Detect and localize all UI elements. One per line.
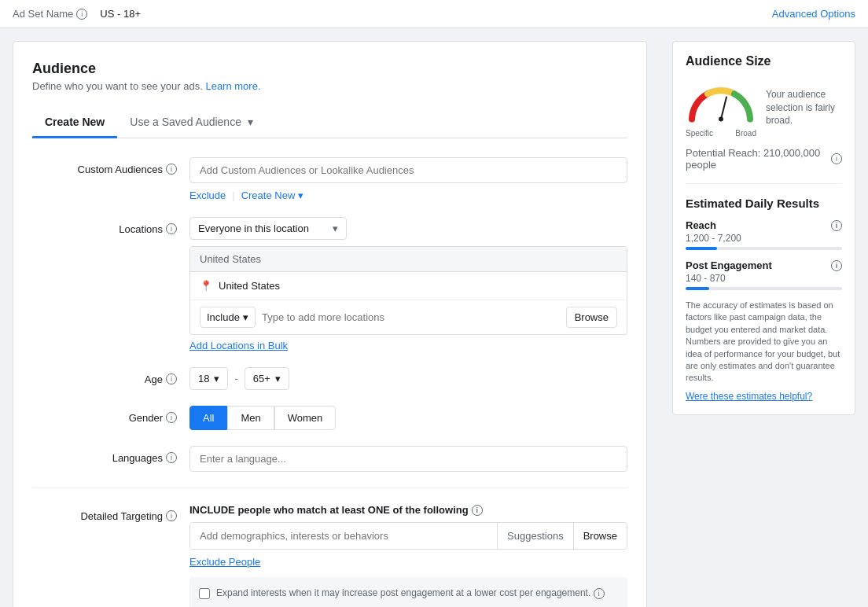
age-to-value: 65+	[253, 373, 270, 384]
detailed-targeting-control: INCLUDE people who match at least ONE of…	[189, 504, 627, 607]
estimated-results-title: Estimated Daily Results	[686, 197, 842, 210]
helpful-link[interactable]: Were these estimates helpful?	[686, 391, 812, 402]
exclude-audiences-link[interactable]: Exclude	[189, 189, 226, 201]
age-to-chevron-icon: ▾	[275, 373, 281, 384]
location-item-text: United States	[219, 280, 280, 292]
reach-progress-fill	[686, 247, 717, 250]
custom-audiences-row: Custom Audiences i Exclude | Create New …	[32, 157, 627, 201]
gender-row: Gender i All Men Women	[32, 406, 627, 430]
languages-info-icon[interactable]: i	[166, 452, 177, 463]
gauge-svg	[686, 78, 756, 125]
custom-audiences-control: Exclude | Create New ▾	[189, 157, 627, 201]
gender-info-icon[interactable]: i	[166, 412, 177, 423]
svg-point-1	[719, 117, 723, 122]
post-engagement-progress-bar	[686, 287, 842, 290]
age-info-icon[interactable]: i	[166, 373, 177, 384]
age-to-select[interactable]: 65+ ▾	[245, 367, 289, 390]
post-engagement-info-icon[interactable]: i	[831, 260, 842, 271]
create-new-audience-link[interactable]: Create New ▾	[241, 189, 303, 201]
languages-control	[189, 446, 627, 472]
tabs: Create New Use a Saved Audience ▾	[32, 108, 627, 138]
gauge-labels: Specific Broad	[686, 129, 756, 138]
gender-men-button[interactable]: Men	[227, 406, 274, 430]
potential-reach-info-icon[interactable]: i	[831, 153, 842, 164]
age-from-chevron-icon: ▾	[214, 373, 219, 384]
location-type-select[interactable]: Everyone in this location ▾	[189, 217, 347, 240]
age-label: Age i	[32, 367, 189, 385]
age-dash: -	[234, 373, 237, 384]
estimated-results: Estimated Daily Results Reach i 1,200 - …	[686, 183, 842, 402]
gauge-chart: Specific Broad	[686, 78, 756, 138]
audience-subtitle-text: Define who you want to see your ads.	[32, 80, 203, 92]
detailed-targeting-info-icon[interactable]: i	[166, 510, 177, 521]
post-engagement-label: Post Engagement	[686, 259, 772, 271]
top-bar: Ad Set Name i US - 18+ Advanced Options	[0, 0, 868, 28]
audience-size-title: Audience Size	[686, 54, 842, 68]
ad-set-name-value: US - 18+	[100, 8, 141, 20]
targeting-input[interactable]	[190, 523, 497, 549]
locations-info-icon[interactable]: i	[166, 223, 177, 234]
right-panel: Audience Size	[660, 28, 868, 607]
gender-label: Gender i	[32, 406, 189, 424]
location-type-chevron-icon: ▾	[333, 223, 338, 234]
expand-interests-checkbox[interactable]	[199, 588, 210, 599]
include-select[interactable]: Include ▾	[200, 307, 256, 328]
audience-title: Audience	[32, 61, 627, 77]
post-engagement-label-row: Post Engagement i	[686, 259, 842, 271]
custom-audiences-actions: Exclude | Create New ▾	[189, 189, 627, 201]
gender-women-button[interactable]: Women	[274, 406, 337, 430]
locations-label: Locations i	[32, 217, 189, 235]
reach-value: 1,200 - 7,200	[686, 233, 842, 244]
tab-use-saved-chevron-icon: ▾	[248, 116, 253, 128]
ad-set-name-info-icon[interactable]: i	[76, 9, 87, 20]
location-search-input[interactable]	[262, 311, 560, 323]
custom-audiences-info-icon[interactable]: i	[166, 164, 177, 175]
broad-label: Broad	[735, 129, 756, 138]
left-panel: Audience Define who you want to see your…	[0, 28, 660, 607]
browse-locations-button[interactable]: Browse	[566, 307, 617, 328]
reach-info-icon[interactable]: i	[831, 220, 842, 231]
main-content: Audience Define who you want to see your…	[0, 28, 868, 607]
tab-use-saved[interactable]: Use a Saved Audience ▾	[117, 108, 266, 138]
location-add-row: Include ▾ Browse	[190, 300, 627, 334]
tab-create-new-label: Create New	[45, 116, 105, 128]
reach-label-row: Reach i	[686, 219, 842, 231]
custom-audiences-input[interactable]	[189, 157, 627, 183]
reach-progress-bar	[686, 247, 842, 250]
svg-line-0	[721, 97, 726, 120]
languages-row: Languages i	[32, 446, 627, 472]
languages-label: Languages i	[32, 446, 189, 464]
tab-use-saved-label: Use a Saved Audience	[130, 116, 241, 128]
browse-targeting-button[interactable]: Browse	[573, 523, 627, 549]
add-locations-bulk-link[interactable]: Add Locations in Bulk	[189, 340, 288, 351]
locations-control: Everyone in this location ▾ United State…	[189, 217, 627, 351]
audience-section: Audience Define who you want to see your…	[13, 41, 647, 607]
learn-more-link[interactable]: Learn more.	[205, 80, 260, 92]
ad-set-name-label: Ad Set Name i	[13, 8, 87, 20]
suggestions-button[interactable]: Suggestions	[497, 523, 573, 549]
potential-reach: Potential Reach: 210,000,000 people i	[686, 147, 842, 171]
audience-size-card: Audience Size	[672, 41, 855, 415]
section-divider	[32, 487, 627, 488]
detailed-targeting-header: INCLUDE people who match at least ONE of…	[189, 504, 627, 516]
expand-interests-row: Expand interests when it may increase po…	[189, 577, 627, 607]
gender-buttons: All Men Women	[189, 406, 627, 430]
gender-all-button[interactable]: All	[189, 406, 227, 430]
expand-info-icon[interactable]: i	[594, 588, 605, 599]
post-engagement-value: 140 - 870	[686, 273, 842, 284]
reach-result: Reach i 1,200 - 7,200	[686, 219, 842, 250]
gauge-container: Specific Broad Your audience selection i…	[686, 78, 842, 138]
include-label: Include	[207, 311, 240, 323]
ad-set-name-text: Ad Set Name	[13, 8, 73, 20]
location-item: 📍 United States	[190, 272, 627, 300]
exclude-people-link[interactable]: Exclude People	[189, 556, 260, 568]
include-info-icon[interactable]: i	[472, 505, 483, 516]
include-text: INCLUDE people who match at least ONE of…	[189, 504, 469, 516]
age-from-select[interactable]: 18 ▾	[189, 367, 228, 390]
locations-row: Locations i Everyone in this location ▾ …	[32, 217, 627, 351]
specific-label: Specific	[686, 129, 713, 138]
languages-input[interactable]	[189, 446, 627, 472]
age-controls: 18 ▾ - 65+ ▾	[189, 367, 627, 390]
tab-create-new[interactable]: Create New	[32, 108, 117, 138]
advanced-options-link[interactable]: Advanced Options	[772, 8, 855, 20]
